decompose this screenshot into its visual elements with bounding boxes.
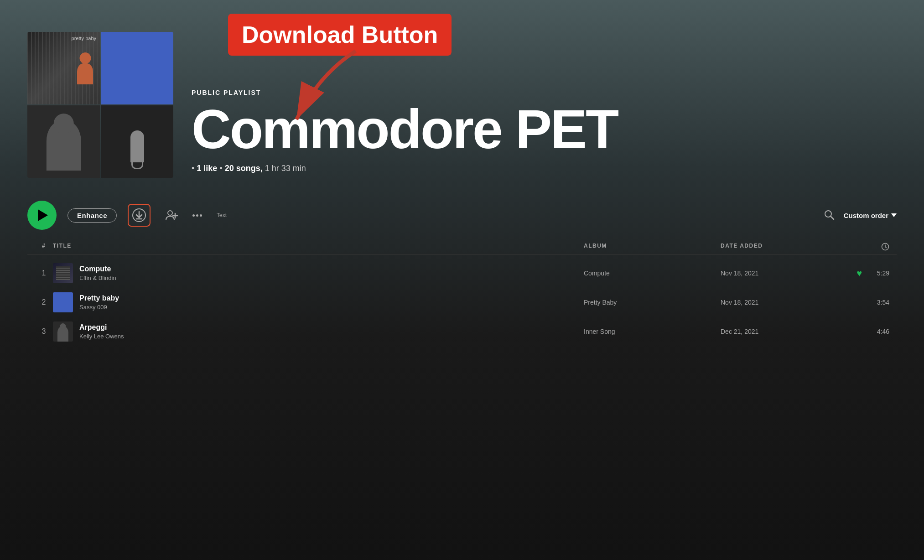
track-num: 2 bbox=[35, 298, 53, 306]
add-user-button[interactable] bbox=[161, 205, 182, 225]
track-date: Nov 18, 2021 bbox=[721, 299, 835, 306]
th-album: ALBUM bbox=[584, 243, 721, 251]
track-name: Compute bbox=[79, 265, 116, 273]
mic-shape bbox=[130, 130, 144, 162]
cover-tile-2 bbox=[101, 32, 173, 104]
track-text: Compute Effin & Blindin bbox=[79, 265, 116, 281]
track-num: 3 bbox=[35, 327, 53, 336]
th-date: DATE ADDED bbox=[721, 243, 835, 251]
track-info: Pretty baby Sassy 009 bbox=[53, 292, 584, 312]
enhance-button[interactable]: Enhance bbox=[67, 208, 117, 223]
track-album: Compute bbox=[584, 270, 721, 277]
meta-likes: 1 like bbox=[197, 164, 217, 173]
controls-right: Custom order bbox=[824, 209, 897, 222]
track-album: Pretty Baby bbox=[584, 299, 721, 306]
track-name: Pretty baby bbox=[79, 294, 119, 302]
track-thumb-1 bbox=[53, 263, 73, 283]
track-thumb-2 bbox=[53, 292, 73, 312]
track-album: Inner Song bbox=[584, 328, 721, 335]
cover-tile-3 bbox=[27, 105, 100, 178]
table-row[interactable]: 3 Arpeggi Kelly Lee Owens Inner Song Dec… bbox=[27, 317, 897, 346]
table-header: # TITLE ALBUM DATE ADDED bbox=[27, 239, 897, 255]
track-num: 1 bbox=[35, 269, 53, 277]
add-user-icon bbox=[164, 208, 179, 223]
th-liked bbox=[835, 243, 862, 251]
svg-point-4 bbox=[168, 211, 172, 215]
text-label: Text bbox=[217, 212, 227, 218]
playlist-type: PUBLIC PLAYLIST bbox=[192, 89, 897, 96]
search-button[interactable] bbox=[824, 209, 835, 222]
more-dot-3 bbox=[200, 214, 202, 217]
track-duration: 5:29 bbox=[862, 270, 889, 277]
track-liked: ♥ bbox=[835, 268, 862, 279]
playlist-cover: pretty baby bbox=[27, 32, 173, 178]
track-date: Dec 21, 2021 bbox=[721, 328, 835, 335]
meta-dot2: • bbox=[219, 164, 224, 173]
track-table: # TITLE ALBUM DATE ADDED 1 Compute Effin… bbox=[0, 239, 924, 346]
person-orange-silhouette bbox=[77, 52, 93, 84]
meta-songs: 20 songs, bbox=[225, 164, 263, 173]
track-name: Arpeggi bbox=[79, 323, 124, 332]
download-icon bbox=[132, 208, 146, 223]
th-num: # bbox=[35, 243, 53, 251]
play-button[interactable] bbox=[27, 201, 57, 230]
track-artist: Sassy 009 bbox=[79, 304, 119, 311]
th-duration bbox=[862, 243, 889, 251]
playlist-title: Commodore PET bbox=[192, 102, 897, 156]
meta-dot: • bbox=[192, 164, 197, 173]
clock-icon bbox=[881, 243, 889, 251]
chevron-down-icon bbox=[891, 213, 897, 217]
track-thumb-3 bbox=[53, 321, 73, 342]
meta-duration: 1 hr 33 min bbox=[265, 164, 306, 173]
track-artist: Kelly Lee Owens bbox=[79, 333, 124, 340]
custom-order-button[interactable]: Custom order bbox=[844, 212, 897, 219]
hero-info: PUBLIC PLAYLIST Commodore PET • 1 like •… bbox=[192, 89, 897, 178]
track-text: Arpeggi Kelly Lee Owens bbox=[79, 323, 124, 340]
track-thumb-striped bbox=[56, 266, 70, 280]
controls-bar: Enhance Text Cus bbox=[0, 192, 924, 239]
track-artist: Effin & Blindin bbox=[79, 275, 116, 281]
custom-order-label: Custom order bbox=[844, 212, 888, 219]
cover-tile-1: pretty baby bbox=[27, 32, 100, 104]
svg-line-11 bbox=[885, 247, 887, 248]
track-date: Nov 18, 2021 bbox=[721, 270, 835, 277]
table-row[interactable]: 1 Compute Effin & Blindin Compute Nov 18… bbox=[27, 259, 897, 288]
play-icon bbox=[38, 209, 48, 221]
silhouette-3 bbox=[35, 113, 93, 171]
track-duration: 4:46 bbox=[862, 328, 889, 335]
hero-section: pretty baby PUBLIC PLAYLIST Commodore PE… bbox=[0, 0, 924, 192]
cover-tile-1-text: pretty baby bbox=[72, 36, 96, 41]
th-title: TITLE bbox=[53, 243, 584, 251]
svg-line-8 bbox=[831, 216, 834, 219]
search-icon bbox=[824, 209, 835, 220]
track-text: Pretty baby Sassy 009 bbox=[79, 294, 119, 311]
playlist-meta: • 1 like • 20 songs, 1 hr 33 min bbox=[192, 164, 897, 173]
track-info: Compute Effin & Blindin bbox=[53, 263, 584, 283]
cover-tile-4 bbox=[101, 105, 173, 178]
table-row[interactable]: 2 Pretty baby Sassy 009 Pretty Baby Nov … bbox=[27, 288, 897, 317]
more-button[interactable] bbox=[192, 214, 202, 217]
more-dot-2 bbox=[196, 214, 198, 217]
track-info: Arpeggi Kelly Lee Owens bbox=[53, 321, 584, 342]
download-button[interactable] bbox=[128, 204, 151, 227]
track-duration: 3:54 bbox=[862, 299, 889, 306]
more-dot-1 bbox=[192, 214, 195, 217]
